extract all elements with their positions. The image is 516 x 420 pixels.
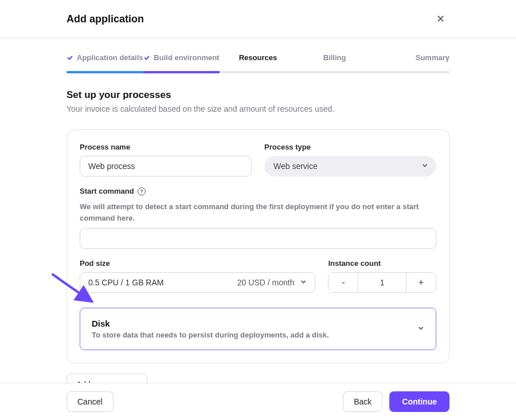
disk-expandable-panel[interactable]: Disk To store data that needs to persist… (80, 308, 436, 350)
chevron-down-icon (417, 324, 424, 334)
instance-count-value: 1 (358, 273, 406, 292)
step-summary[interactable]: Summary (373, 53, 449, 63)
chevron-down-icon (421, 162, 428, 171)
process-name-label: Process name (80, 143, 252, 151)
step-label: Build environment (154, 53, 219, 62)
pod-size-field: Pod size 0.5 CPU / 1 GB RAM 20 USD / mon… (80, 259, 315, 293)
close-button[interactable]: ✕ (432, 10, 449, 28)
step-label: Resources (239, 53, 277, 62)
instance-count-field: Instance count - 1 + (328, 259, 436, 293)
process-type-field: Process type Web service (264, 143, 436, 176)
instance-count-stepper: - 1 + (328, 272, 436, 293)
instance-decrement-button[interactable]: - (329, 273, 358, 292)
disk-description: To store data that needs to persist duri… (92, 331, 329, 339)
modal-title: Add application (67, 13, 144, 25)
start-command-label: Start command ? (80, 187, 436, 195)
disk-title: Disk (92, 319, 329, 328)
progress-seg-remaining (296, 71, 373, 73)
process-type-value: Web service (273, 162, 318, 171)
step-label: Billing (323, 53, 346, 62)
step-label: Summary (416, 53, 449, 62)
check-icon (67, 54, 73, 61)
process-card: Process name Process type Web service St… (67, 129, 449, 363)
process-name-field: Process name (80, 143, 252, 176)
continue-button[interactable]: Continue (389, 391, 449, 412)
progress-seg-remaining (220, 71, 296, 73)
start-command-hint: We will attempt to detect a start comman… (80, 201, 436, 223)
section-subtext: Your invoice is calculated based on the … (67, 104, 449, 113)
chevron-down-icon (300, 278, 307, 287)
start-command-input[interactable] (80, 228, 436, 249)
step-label: Application details (77, 53, 143, 62)
back-button[interactable]: Back (343, 391, 382, 412)
pod-size-value: 0.5 CPU / 1 GB RAM (88, 278, 163, 287)
start-command-label-text: Start command (80, 187, 134, 195)
modal-footer: Cancel Back Continue (0, 383, 516, 420)
pod-size-price: 20 USD / month (237, 278, 295, 287)
process-name-input[interactable] (80, 156, 252, 176)
section-title: Set up your processes (67, 89, 449, 101)
wizard-stepper: Application details Build environment Re… (67, 53, 449, 71)
progress-seg-current (143, 71, 220, 73)
step-billing[interactable]: Billing (296, 53, 373, 63)
step-resources[interactable]: Resources (220, 53, 296, 63)
close-icon: ✕ (436, 13, 445, 25)
cancel-button[interactable]: Cancel (67, 391, 114, 412)
check-icon (143, 54, 150, 61)
step-application-details[interactable]: Application details (67, 53, 143, 63)
modal-content: Application details Build environment Re… (0, 38, 516, 395)
modal-header: Add application ✕ (0, 0, 516, 38)
instance-count-label: Instance count (328, 259, 436, 268)
help-icon[interactable]: ? (138, 187, 146, 195)
start-command-field: Start command ? We will attempt to detec… (80, 187, 436, 249)
pod-size-select[interactable]: 0.5 CPU / 1 GB RAM 20 USD / month (80, 272, 315, 293)
process-type-label: Process type (264, 143, 436, 151)
instance-increment-button[interactable]: + (406, 273, 436, 292)
section-heading: Set up your processes Your invoice is ca… (67, 89, 449, 113)
progress-seg-remaining (373, 71, 449, 73)
pod-size-label: Pod size (80, 259, 315, 268)
step-build-environment[interactable]: Build environment (143, 53, 220, 63)
process-type-select[interactable]: Web service (264, 156, 436, 176)
stepper-progress-bar (67, 71, 449, 73)
progress-seg-completed (67, 71, 143, 73)
